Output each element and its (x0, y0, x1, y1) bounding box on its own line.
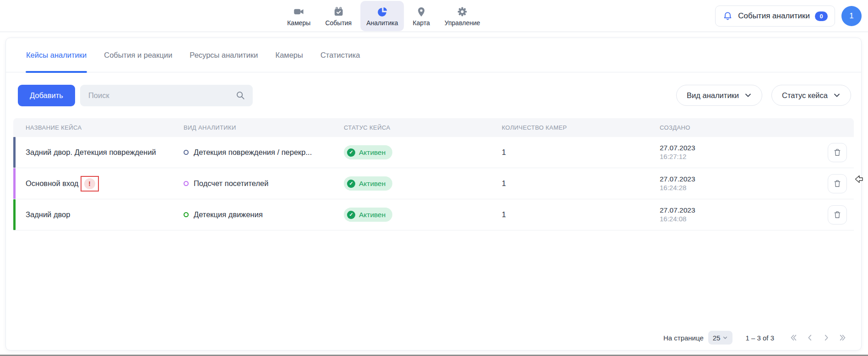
created-time: 16:24:08 (660, 215, 686, 223)
column-header-created: СОЗДАНО (647, 124, 785, 131)
status-badge: ✓ Активен (344, 145, 392, 159)
case-name: Задний двор (26, 210, 70, 219)
analytics-type-label: Детекция повреждения / перекр... (194, 148, 312, 157)
calendar-check-icon (333, 5, 344, 18)
trash-icon (833, 210, 842, 219)
actions-cell (785, 143, 854, 162)
nav-label-admin: Управление (445, 19, 480, 27)
table-header-row: НАЗВАНИЕ КЕЙСА ВИД АНАЛИТИКИ СТАТУС КЕЙС… (13, 118, 854, 137)
next-page-button[interactable] (820, 331, 833, 344)
toolbar: Добавить Вид аналитики Статус кейса (6, 72, 861, 118)
case-name: Задний двор. Детекция повреждений (26, 148, 156, 157)
status-badge: ✓ Активен (344, 176, 392, 191)
camera-count-cell: 1 (489, 179, 647, 188)
created-date: 27.07.2023 (660, 206, 695, 214)
tab-label: Ресурсы аналитики (190, 51, 258, 60)
analytics-type-cell: Детекция повреждения / перекр... (171, 148, 331, 157)
tab-label: События и реакции (104, 51, 172, 60)
case-name-cell: Задний двор. Детекция повреждений (13, 148, 171, 157)
tab-statistics[interactable]: Статистика (320, 38, 360, 72)
table-row[interactable]: Основной вход ! Подсчет посетителей ✓ Ак… (13, 168, 854, 199)
bell-icon (722, 11, 733, 22)
table-row[interactable]: Задний двор. Детекция повреждений Детекц… (13, 137, 854, 168)
chevron-down-icon (722, 335, 728, 340)
tab-label: Статистика (320, 51, 360, 60)
app-window: Камеры События Аналитика Карта (0, 0, 868, 356)
nav-label-events: События (325, 19, 352, 27)
mouse-cursor (854, 174, 864, 186)
pagination: На странице 25 1 – 3 of 3 (663, 331, 849, 345)
created-time: 16:24:28 (660, 184, 686, 192)
case-name-cell: Задний двор (13, 210, 171, 219)
tab-cameras[interactable]: Камеры (276, 38, 303, 72)
page-range-label: 1 – 3 of 3 (745, 334, 774, 342)
case-name-cell: Основной вход ! (13, 176, 171, 192)
column-header-type: ВИД АНАЛИТИКИ (171, 124, 331, 131)
per-page-control: На странице 25 (663, 331, 733, 345)
table-row[interactable]: Задний двор Детекция движения ✓ Активен … (13, 199, 854, 230)
case-name: Основной вход (26, 179, 79, 188)
check-icon: ✓ (347, 211, 355, 219)
created-cell: 27.07.2023 16:27:12 (647, 144, 785, 161)
analytics-type-label: Подсчет посетителей (194, 179, 269, 188)
nav-item-map[interactable]: Карта (407, 1, 436, 31)
nav-item-analytics[interactable]: Аналитика (360, 1, 404, 31)
column-header-name: НАЗВАНИЕ КЕЙСА (13, 124, 171, 131)
analytics-type-icon (184, 212, 189, 217)
pager-buttons (787, 331, 849, 344)
created-cell: 27.07.2023 16:24:08 (647, 206, 785, 223)
events-button-label: События аналитики (738, 11, 810, 21)
nav-item-events[interactable]: События (319, 1, 358, 31)
search-box (80, 85, 253, 106)
chevron-down-icon (744, 92, 752, 99)
check-icon: ✓ (347, 148, 355, 157)
nav-label-map: Карта (413, 19, 430, 27)
prev-page-button[interactable] (803, 331, 816, 344)
trash-icon (833, 148, 842, 157)
tab-label: Камеры (276, 51, 303, 60)
delete-button[interactable] (828, 143, 847, 162)
analytics-type-icon (184, 150, 189, 155)
delete-button[interactable] (828, 174, 847, 193)
created-cell: 27.07.2023 16:24:28 (647, 175, 785, 192)
search-input[interactable] (80, 85, 253, 106)
trash-icon (833, 179, 842, 188)
avatar[interactable]: 1 (841, 6, 862, 26)
column-header-cameras: КОЛИЧЕСТВО КАМЕР (489, 124, 647, 131)
per-page-select[interactable]: 25 (708, 331, 733, 345)
chevron-down-icon (833, 92, 841, 99)
nav-item-cameras[interactable]: Камеры (281, 1, 316, 31)
check-icon: ✓ (347, 180, 355, 188)
analytics-type-filter[interactable]: Вид аналитики (676, 85, 762, 106)
analytics-type-cell: Детекция движения (171, 210, 331, 219)
tab-analytics-cases[interactable]: Кейсы аналитики (26, 38, 87, 72)
delete-button[interactable] (828, 205, 847, 225)
case-color-bar (13, 137, 16, 168)
analytics-events-button[interactable]: События аналитики 0 (715, 5, 835, 27)
content-card: Кейсы аналитики События и реакции Ресурс… (5, 38, 862, 351)
case-status-filter[interactable]: Статус кейса (771, 85, 851, 106)
column-header-status: СТАТУС КЕЙСА (331, 124, 489, 131)
filter-label: Вид аналитики (687, 91, 739, 100)
nav-item-admin[interactable]: Управление (439, 1, 486, 31)
created-date: 27.07.2023 (660, 144, 695, 152)
nav-label-analytics: Аналитика (366, 19, 398, 27)
status-label: Активен (359, 148, 385, 157)
case-color-bar (13, 168, 16, 199)
created-time: 16:27:12 (660, 153, 686, 161)
case-color-bar (13, 199, 16, 230)
first-page-button[interactable] (787, 331, 800, 344)
actions-cell (785, 205, 854, 225)
add-button[interactable]: Добавить (18, 85, 75, 106)
search-icon[interactable] (235, 90, 245, 102)
tab-analytics-resources[interactable]: Ресурсы аналитики (190, 38, 258, 72)
created-date: 27.07.2023 (660, 175, 695, 183)
warning-annotation: ! (81, 176, 99, 192)
tab-events-reactions[interactable]: События и реакции (104, 38, 172, 72)
cases-table: НАЗВАНИЕ КЕЙСА ВИД АНАЛИТИКИ СТАТУС КЕЙС… (13, 118, 854, 230)
analytics-type-label: Детекция движения (194, 210, 263, 219)
warning-icon: ! (84, 178, 95, 189)
filter-label: Статус кейса (782, 91, 828, 100)
main-nav: Камеры События Аналитика Карта (281, 0, 486, 32)
last-page-button[interactable] (836, 331, 849, 344)
